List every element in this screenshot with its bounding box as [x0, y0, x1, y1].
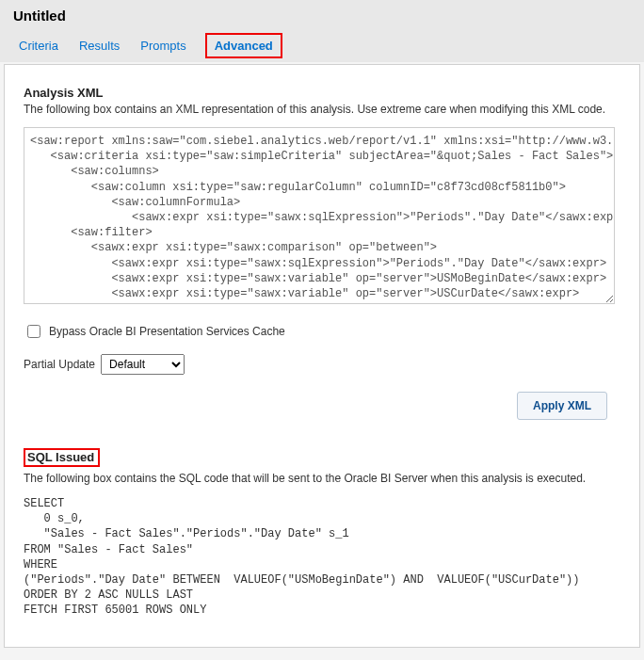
- partial-update-select[interactable]: Default: [101, 354, 185, 375]
- content-area: Analysis XML The following box contains …: [4, 64, 640, 648]
- tab-results[interactable]: Results: [77, 35, 121, 58]
- apply-xml-row: Apply XML: [24, 392, 628, 420]
- tab-advanced-highlight: Advanced: [205, 33, 282, 58]
- partial-update-label: Partial Update: [24, 358, 95, 371]
- bypass-cache-row: Bypass Oracle BI Presentation Services C…: [24, 322, 628, 341]
- tab-strip: Criteria Results Prompts Advanced: [13, 35, 631, 58]
- bypass-cache-checkbox[interactable]: [27, 325, 40, 338]
- apply-xml-button[interactable]: Apply XML: [517, 392, 607, 420]
- page-title: Untitled: [13, 8, 631, 24]
- sql-issued-section: SQL Issued The following box contains th…: [24, 448, 628, 619]
- bypass-cache-label: Bypass Oracle BI Presentation Services C…: [49, 325, 285, 338]
- sql-issued-title: SQL Issued: [24, 448, 100, 467]
- tab-prompts[interactable]: Prompts: [138, 35, 187, 58]
- analysis-xml-desc: The following box contains an XML repres…: [24, 103, 628, 116]
- tab-criteria[interactable]: Criteria: [17, 35, 60, 58]
- analysis-xml-textarea[interactable]: [24, 127, 615, 304]
- tab-advanced[interactable]: Advanced: [215, 37, 273, 55]
- partial-update-row: Partial Update Default: [24, 354, 628, 375]
- header-bar: Untitled Criteria Results Prompts Advanc…: [0, 0, 644, 62]
- analysis-xml-section: Analysis XML The following box contains …: [24, 86, 628, 307]
- analysis-xml-title: Analysis XML: [24, 86, 628, 100]
- sql-issued-desc: The following box contains the SQL code …: [24, 472, 628, 485]
- sql-issued-code: SELECT 0 s_0, "Sales - Fact Sales"."Peri…: [24, 496, 628, 619]
